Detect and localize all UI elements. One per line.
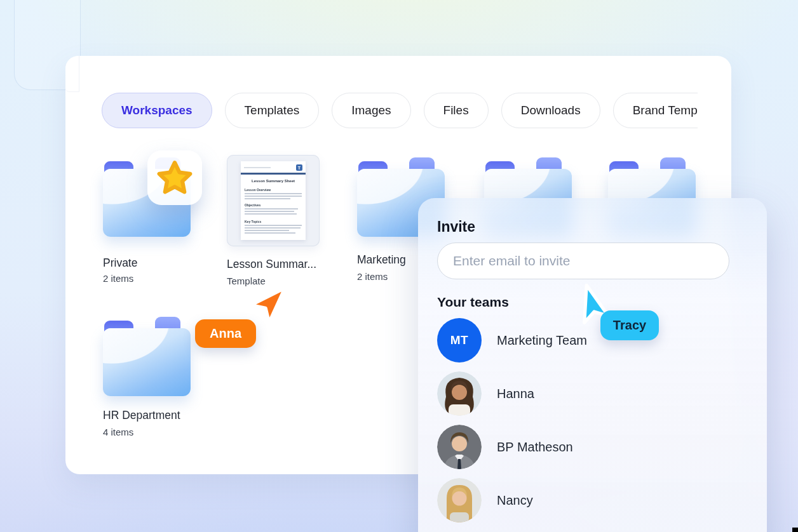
corner-artifact <box>792 528 798 532</box>
document-preview: T Lesson Summary Sheet Lesson Overview O… <box>241 161 306 240</box>
folder-meta: 2 items <box>357 271 388 282</box>
doc-title: Lesson Summary Sheet <box>241 179 306 183</box>
avatar-nancy <box>437 478 482 522</box>
tab-templates[interactable]: Templates <box>225 93 320 128</box>
invite-panel: Invite Your teams MT Marketing Team <box>418 198 767 532</box>
doc-divider <box>241 173 306 175</box>
doc-text-line <box>245 225 302 226</box>
folder-meta: 2 items <box>103 273 133 284</box>
doc-heading: Objectives <box>245 203 260 207</box>
doc-text-line <box>245 213 297 215</box>
favorite-star-badge <box>147 150 202 205</box>
tab-workspaces[interactable]: Workspaces <box>102 93 212 128</box>
doc-heading: Lesson Overview <box>245 188 271 192</box>
folder-name: HR Department <box>103 409 180 422</box>
doc-text-line <box>245 227 301 229</box>
tab-downloads[interactable]: Downloads <box>501 93 600 128</box>
folder-body-icon <box>103 328 191 396</box>
card-corner-notch <box>65 56 79 92</box>
team-row-hanna[interactable]: Hanna <box>437 371 742 416</box>
avatar-bp-matheson <box>437 425 482 469</box>
app-canvas: Workspaces Templates Images Files Downlo… <box>0 0 798 532</box>
anna-cursor-label: Anna <box>195 319 256 348</box>
team-name: Marketing Team <box>497 333 587 348</box>
doc-heading: Key Topics <box>245 220 261 223</box>
folder-name: Private <box>103 256 137 270</box>
invite-title: Invite <box>437 218 475 236</box>
template-card-lesson-summary[interactable]: T Lesson Summary Sheet Lesson Overview O… <box>227 155 320 246</box>
folder-name: Marketing <box>357 253 406 267</box>
filter-tabs: Workspaces Templates Images Files Downlo… <box>102 93 698 130</box>
doc-text-line <box>245 208 298 209</box>
template-name: Lesson Summar... <box>227 258 316 271</box>
your-teams-heading: Your teams <box>437 295 509 310</box>
team-avatar-initials: MT <box>437 318 482 362</box>
tab-brand-templates[interactable]: Brand Templates <box>613 93 698 128</box>
team-name: BP Matheson <box>497 440 573 455</box>
tab-files[interactable]: Files <box>424 93 489 128</box>
doc-text-line <box>245 198 290 199</box>
team-row-bp-matheson[interactable]: BP Matheson <box>437 425 742 469</box>
doc-header-line <box>244 167 271 168</box>
doc-text-line <box>245 232 295 234</box>
star-icon <box>156 159 193 196</box>
doc-text-line <box>245 193 302 194</box>
team-row-nancy[interactable]: Nancy <box>437 478 742 522</box>
template-meta: Template <box>227 276 266 286</box>
doc-text-line <box>245 196 302 197</box>
doc-logo-icon: T <box>296 164 302 171</box>
team-name: Nancy <box>497 493 533 508</box>
tracy-cursor-label: Tracy <box>600 310 659 340</box>
team-name: Hanna <box>497 387 534 401</box>
folder-meta: 4 items <box>103 427 133 437</box>
tab-images[interactable]: Images <box>332 93 410 128</box>
invite-email-input[interactable] <box>437 243 729 279</box>
avatar-hanna <box>437 371 482 416</box>
doc-text-line <box>245 230 289 231</box>
folder-hr-department[interactable] <box>103 317 191 396</box>
doc-text-line <box>245 211 294 212</box>
